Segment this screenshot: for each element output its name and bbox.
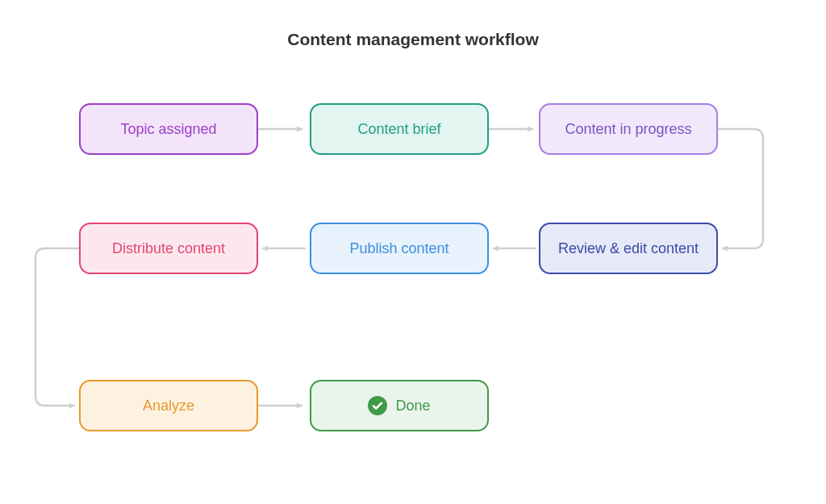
arrow-progress-to-review — [718, 129, 763, 248]
node-label: Review & edit content — [558, 240, 699, 257]
arrow-distribute-to-analyze — [35, 248, 79, 406]
node-topic-assigned: Topic assigned — [79, 103, 258, 155]
node-review-edit: Review & edit content — [539, 223, 718, 274]
node-label: Content in progress — [565, 121, 691, 138]
node-label: Distribute content — [112, 240, 225, 257]
node-distribute: Distribute content — [79, 223, 258, 274]
node-publish: Publish content — [310, 223, 489, 274]
workflow-diagram: Content management workflow Topic assign… — [0, 0, 826, 504]
node-analyze: Analyze — [79, 380, 258, 431]
node-label: Done — [395, 398, 430, 414]
node-content-in-progress: Content in progress — [539, 103, 718, 155]
node-label: Analyze — [143, 398, 194, 414]
node-label: Content brief — [357, 121, 440, 138]
node-done: Done — [310, 380, 489, 431]
diagram-title: Content management workflow — [0, 30, 826, 49]
check-circle-icon — [368, 396, 387, 415]
node-label: Publish content — [349, 240, 448, 257]
node-content-brief: Content brief — [310, 103, 489, 155]
node-label: Topic assigned — [120, 121, 216, 138]
